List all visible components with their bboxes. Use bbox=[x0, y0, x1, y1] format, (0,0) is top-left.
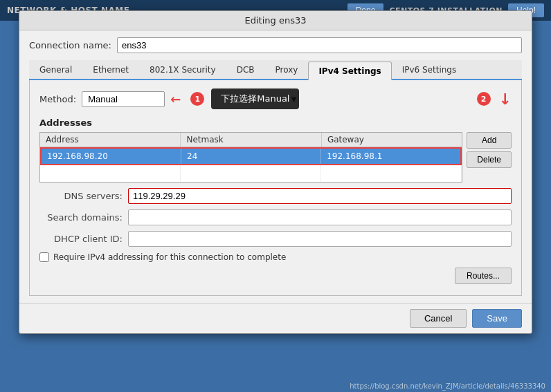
dialog-title: Editing ens33 bbox=[19, 11, 532, 30]
save-button[interactable]: Save bbox=[472, 309, 522, 328]
addresses-header: Address Netmask Gateway bbox=[40, 133, 462, 147]
dialog-footer: Cancel Save bbox=[19, 303, 532, 333]
tab-proxy[interactable]: Proxy bbox=[265, 60, 309, 79]
tab-dcb[interactable]: DCB bbox=[226, 60, 265, 79]
dns-row: DNS servers: bbox=[39, 188, 512, 204]
gateway-cell: 192.168.98.1 bbox=[321, 149, 460, 164]
addresses-section: Address Netmask Gateway 192.168.98.20 24… bbox=[39, 132, 512, 183]
dialog-body: Connection name: General Ethernet 802.1X… bbox=[19, 30, 532, 303]
address-cell: 192.168.98.20 bbox=[42, 149, 181, 164]
connection-name-input[interactable] bbox=[117, 37, 522, 53]
add-button[interactable]: Add bbox=[467, 132, 512, 149]
gateway-header: Gateway bbox=[322, 133, 462, 147]
addresses-label: Addresses bbox=[39, 118, 512, 128]
arrow-right-down-icon: ↓ bbox=[499, 91, 512, 108]
dhcp-client-id-row: DHCP client ID: bbox=[39, 231, 512, 247]
tab-general[interactable]: General bbox=[29, 60, 82, 79]
tab-ethernet[interactable]: Ethernet bbox=[82, 60, 139, 79]
tab-security[interactable]: 802.1X Security bbox=[139, 60, 226, 79]
method-label: Method: bbox=[39, 94, 76, 104]
method-select[interactable]: Manual bbox=[82, 91, 165, 107]
routes-row: Routes... bbox=[39, 268, 512, 284]
ipv4-required-checkbox[interactable] bbox=[39, 252, 49, 262]
delete-button[interactable]: Delete bbox=[467, 151, 512, 168]
connection-name-label: Connection name: bbox=[29, 40, 111, 50]
method-row: Method: Manual ▼ ← 1 下拉选择Manual 2 ↓ bbox=[39, 88, 512, 109]
tabs-bar: General Ethernet 802.1X Security DCB Pro… bbox=[29, 60, 522, 80]
tooltip-manual: 下拉选择Manual bbox=[211, 88, 299, 109]
badge-1: 1 bbox=[190, 92, 204, 106]
routes-button[interactable]: Routes... bbox=[455, 268, 512, 284]
badge-2: 2 bbox=[477, 92, 491, 106]
netmask-cell: 24 bbox=[181, 149, 321, 164]
editing-dialog: Editing ens33 Connection name: General E… bbox=[19, 10, 532, 334]
dns-label: DNS servers: bbox=[39, 191, 123, 201]
search-domains-input[interactable] bbox=[128, 209, 512, 225]
ipv4-settings-content: Method: Manual ▼ ← 1 下拉选择Manual 2 ↓ bbox=[29, 80, 522, 296]
address-row[interactable]: 192.168.98.20 24 192.168.98.1 bbox=[40, 147, 462, 165]
address-empty-row bbox=[40, 165, 462, 182]
address-buttons: Add Delete bbox=[467, 132, 512, 183]
ipv4-required-row: Require IPv4 addressing for this connect… bbox=[39, 252, 512, 262]
dns-input[interactable] bbox=[128, 188, 512, 204]
watermark: https://blog.csdn.net/kevin_ZJM/article/… bbox=[350, 382, 545, 390]
cancel-button[interactable]: Cancel bbox=[410, 309, 467, 328]
search-domains-label: Search domains: bbox=[39, 212, 123, 223]
address-header: Address bbox=[40, 133, 181, 147]
tab-ipv6[interactable]: IPv6 Settings bbox=[392, 60, 467, 79]
netmask-header: Netmask bbox=[181, 133, 321, 147]
connection-name-row: Connection name: bbox=[29, 37, 522, 53]
dhcp-client-id-label: DHCP client ID: bbox=[39, 234, 123, 244]
tab-ipv4[interactable]: IPv4 Settings bbox=[308, 62, 391, 80]
ipv4-required-label: Require IPv4 addressing for this connect… bbox=[53, 252, 286, 262]
addresses-table: Address Netmask Gateway 192.168.98.20 24… bbox=[39, 132, 462, 183]
search-domains-row: Search domains: bbox=[39, 209, 512, 225]
arrow-left-icon: ← bbox=[170, 92, 181, 106]
dhcp-client-id-input[interactable] bbox=[128, 231, 512, 247]
